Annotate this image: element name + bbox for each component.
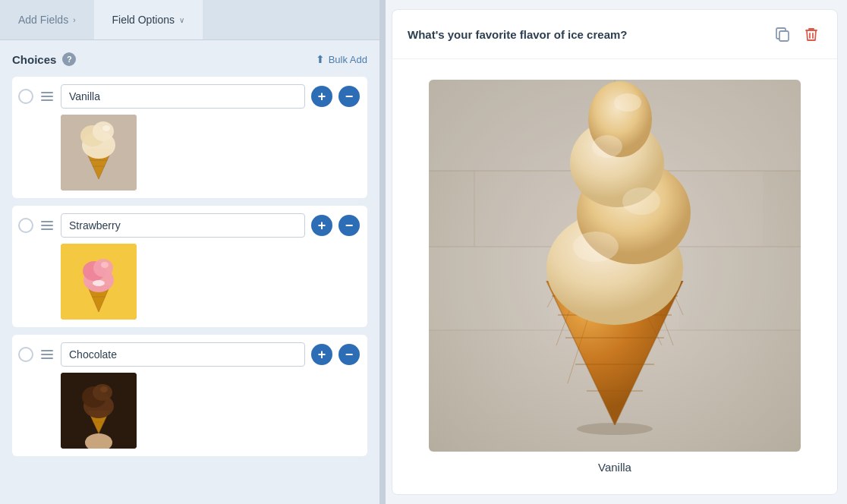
svg-point-10 [102,125,110,131]
add-choice-chocolate-button[interactable]: + [311,344,332,365]
choice-item-chocolate: + − [12,335,367,456]
remove-choice-chocolate-button[interactable]: − [338,344,360,365]
svg-point-20 [101,262,109,268]
choice-image-area-strawberry [61,244,360,320]
bulk-add-label: Bulk Add [329,54,367,65]
choices-help-icon[interactable]: ? [62,52,76,66]
choice-radio-chocolate[interactable] [18,347,33,362]
choice-input-strawberry[interactable] [61,213,305,238]
choice-row-strawberry: + − [18,213,360,238]
svg-point-21 [93,280,105,286]
copy-icon[interactable] [772,24,793,45]
svg-point-66 [573,232,619,262]
choice-row-chocolate: + − [18,342,360,367]
choices-label: Choices [12,53,56,66]
choice-image-chocolate[interactable] [61,373,137,449]
choices-label-group: Choices ? [12,52,76,66]
choice-input-chocolate[interactable] [61,342,305,367]
right-panel: What's your favorite flavor of ice cream… [392,9,838,495]
preview-label: Vanilla [598,461,631,474]
svg-rect-33 [779,31,789,41]
left-panel: Add Fields › Field Options ∨ Choices ? ⬆… [0,0,379,504]
choice-item-vanilla: + − [12,77,367,198]
tab-add-fields-label: Add Fields [18,14,68,26]
choice-image-vanilla[interactable] [61,115,137,191]
question-header: What's your favorite flavor of ice cream… [392,10,837,59]
bulk-add-button[interactable]: ⬆ Bulk Add [316,53,367,65]
tab-field-options-chevron: ∨ [179,16,184,24]
svg-point-32 [100,386,108,392]
bulk-add-icon: ⬆ [316,53,325,65]
tab-bar: Add Fields › Field Options ∨ [0,0,379,40]
drag-handle-strawberry[interactable] [39,219,55,232]
svg-point-67 [622,187,660,215]
choice-radio-vanilla[interactable] [18,89,33,104]
question-actions [772,24,822,45]
choice-row-vanilla: + − [18,84,360,109]
choice-input-vanilla[interactable] [61,84,305,109]
choice-image-strawberry[interactable] [61,244,137,320]
add-choice-strawberry-button[interactable]: + [311,215,332,236]
preview-image-container [429,80,801,452]
tab-field-options[interactable]: Field Options ∨ [94,0,203,39]
choice-image-area-vanilla [61,115,360,191]
choice-item-strawberry: + − [12,206,367,327]
svg-point-9 [93,121,114,141]
svg-point-19 [93,259,113,277]
choice-radio-strawberry[interactable] [18,218,33,233]
tab-add-fields-chevron: › [73,16,75,24]
drag-handle-chocolate[interactable] [39,348,55,361]
svg-rect-41 [679,247,801,330]
question-text: What's your favorite flavor of ice cream… [408,28,627,41]
choices-area: Choices ? ⬆ Bulk Add + − [0,40,379,504]
panel-separator [379,0,386,504]
choice-image-area-chocolate [61,373,360,449]
drag-handle-vanilla[interactable] [39,90,55,102]
tab-add-fields[interactable]: Add Fields › [0,0,94,39]
tab-field-options-label: Field Options [112,14,175,26]
remove-choice-strawberry-button[interactable]: − [338,215,360,236]
delete-icon[interactable] [801,24,822,45]
preview-area: Vanilla [392,59,837,494]
svg-rect-39 [429,247,550,330]
svg-point-31 [93,384,112,401]
choices-header: Choices ? ⬆ Bulk Add [12,52,367,66]
svg-point-69 [614,93,641,112]
svg-point-68 [592,135,622,158]
svg-point-70 [577,423,653,435]
add-choice-vanilla-button[interactable]: + [311,86,332,107]
remove-choice-vanilla-button[interactable]: − [338,86,360,107]
